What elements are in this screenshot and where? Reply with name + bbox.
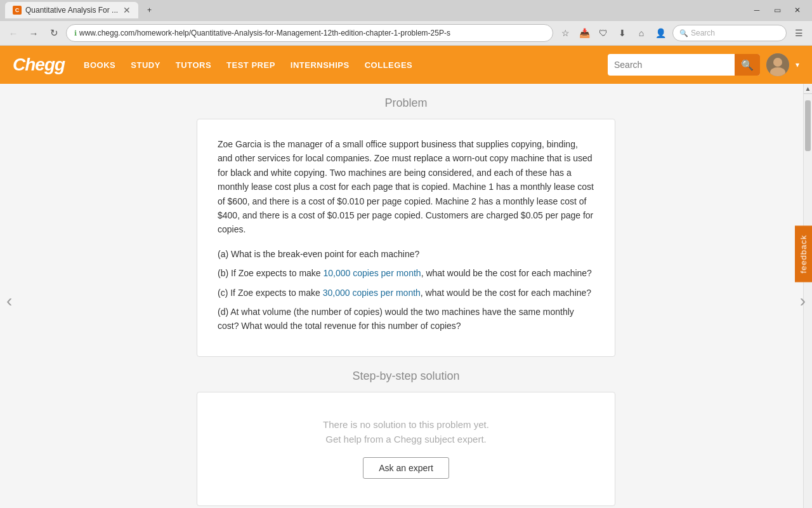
question-d: (d) At what volume (the number of copies… <box>218 305 594 333</box>
new-tab-button[interactable]: + <box>140 2 157 18</box>
page-content: Chegg BOOKS STUDY TUTORS TEST PREP INTER… <box>0 46 812 508</box>
forward-button[interactable]: → <box>25 25 42 41</box>
hamburger-menu-icon[interactable]: ☰ <box>790 25 807 41</box>
browser-titlebar: C Quantitative Analysis For ... ✕ + ─ ▭ … <box>0 0 812 20</box>
browser-chrome: C Quantitative Analysis For ... ✕ + ─ ▭ … <box>0 0 812 508</box>
nav-books[interactable]: BOOKS <box>84 60 115 70</box>
problem-box: Zoe Garcia is the manager of a small off… <box>197 119 615 357</box>
browser-search-text: Search <box>691 29 715 37</box>
content-center: ‹ › Problem Zoe Garcia is the manager of… <box>0 97 812 506</box>
browser-tab[interactable]: C Quantitative Analysis For ... ✕ <box>5 2 138 18</box>
tab-title: Quantitative Analysis For ... <box>25 6 118 15</box>
nav-test-prep[interactable]: TEST PREP <box>226 60 275 70</box>
home-icon[interactable]: ⌂ <box>633 25 650 41</box>
header-right: 🔍 ▾ <box>608 53 799 76</box>
solution-box: There is no solution to this problem yet… <box>197 392 615 506</box>
chegg-logo[interactable]: Chegg <box>13 55 65 75</box>
tab-close-button[interactable]: ✕ <box>123 5 131 15</box>
maximize-button[interactable]: ▭ <box>768 3 787 17</box>
download-icon[interactable]: ⬇ <box>614 25 631 41</box>
user-avatar[interactable] <box>766 53 789 76</box>
user-dropdown-arrow[interactable]: ▾ <box>796 60 799 69</box>
question-a: (a) What is the break-even point for eac… <box>218 247 594 261</box>
problem-description: Zoe Garcia is the manager of a small off… <box>218 137 594 237</box>
chegg-header: Chegg BOOKS STUDY TUTORS TEST PREP INTER… <box>0 46 812 84</box>
search-icon: 🔍 <box>679 29 688 37</box>
header-nav: BOOKS STUDY TUTORS TEST PREP INTERNSHIPS… <box>84 60 412 70</box>
nav-colleges[interactable]: COLLEGES <box>365 60 413 70</box>
header-search-button[interactable]: 🔍 <box>735 54 760 76</box>
address-bar[interactable]: ℹ www.chegg.com/homework-help/Quantitati… <box>66 24 553 42</box>
svg-point-1 <box>773 58 782 67</box>
browser-search-bar[interactable]: 🔍 Search <box>672 25 787 41</box>
bookmark-star-icon[interactable]: ☆ <box>557 25 573 41</box>
scroll-up-button[interactable]: ▲ <box>804 84 812 94</box>
nav-tutors[interactable]: TUTORS <box>176 60 211 70</box>
header-search-input[interactable] <box>608 60 735 70</box>
browser-navbar: ← → ↻ ℹ www.chegg.com/homework-help/Quan… <box>0 20 812 46</box>
question-b: (b) If Zoe expects to make 10,000 copies… <box>218 266 594 280</box>
header-search-bar[interactable]: 🔍 <box>608 54 760 76</box>
solution-section-title: Step-by-step solution <box>352 370 459 383</box>
pocket-icon[interactable]: 📥 <box>576 25 593 41</box>
feedback-tab[interactable]: feedback <box>795 226 812 283</box>
ask-expert-button[interactable]: Ask an expert <box>363 457 449 479</box>
scrollbar-thumb[interactable] <box>805 100 811 151</box>
user-icon[interactable]: 👤 <box>652 25 669 41</box>
back-button[interactable]: ← <box>5 25 22 41</box>
url-text: www.chegg.com/homework-help/Quantitative… <box>79 29 545 37</box>
main-content: ‹ › Problem Zoe Garcia is the manager of… <box>0 84 812 508</box>
question-c: (c) If Zoe expects to make 30,000 copies… <box>218 286 594 300</box>
problem-section-title: Problem <box>384 97 427 110</box>
close-button[interactable]: ✕ <box>788 3 807 17</box>
next-problem-button[interactable]: › <box>794 284 812 318</box>
no-solution-text: There is no solution to this problem yet… <box>323 419 489 430</box>
shield-icon[interactable]: 🛡 <box>595 25 612 41</box>
nav-icons: ☆ 📥 🛡 ⬇ ⌂ 👤 <box>557 25 669 41</box>
minimize-button[interactable]: ─ <box>747 3 766 17</box>
nav-internships[interactable]: INTERNSHIPS <box>291 60 350 70</box>
lock-icon: ℹ <box>74 29 77 37</box>
avatar-image <box>766 53 789 76</box>
reload-button[interactable]: ↻ <box>46 25 62 41</box>
expert-help-text: Get help from a Chegg subject expert. <box>325 434 486 444</box>
nav-study[interactable]: STUDY <box>131 60 160 70</box>
window-controls: ─ ▭ ✕ <box>747 3 807 17</box>
tab-favicon: C <box>13 6 22 15</box>
prev-problem-button[interactable]: ‹ <box>0 284 18 318</box>
